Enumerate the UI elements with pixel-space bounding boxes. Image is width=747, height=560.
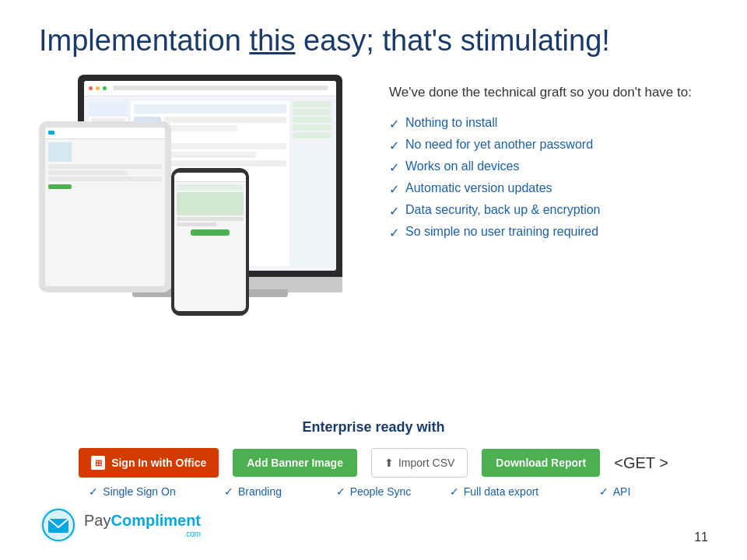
- check-icon: ✓: [89, 485, 98, 498]
- checklist: ✓Nothing to install ✓No need for yet ano…: [389, 116, 708, 240]
- devices-area: [39, 75, 366, 324]
- list-item: ✓Data security, back up & encryption: [389, 203, 708, 219]
- slide-title: Implementation this easy; that's stimula…: [39, 23, 708, 59]
- label-api: ✓ API: [555, 485, 675, 498]
- sign-in-office-button[interactable]: ⊞ Sign In with Office: [79, 448, 219, 478]
- enterprise-section: Enterprise ready with ⊞ Sign In with Off…: [39, 419, 708, 498]
- logo-text: PayCompliment .com: [84, 512, 201, 538]
- enterprise-title: Enterprise ready with: [39, 419, 708, 436]
- list-item: ✓Nothing to install: [389, 116, 708, 131]
- label-branding: ✓ Branding: [193, 485, 314, 498]
- import-csv-button[interactable]: ⬆ Import CSV: [371, 448, 468, 478]
- add-banner-button[interactable]: Add Banner Image: [233, 449, 357, 477]
- list-item: ✓So simple no user training required: [389, 225, 708, 240]
- footer: PayCompliment .com 11: [39, 506, 708, 544]
- list-item: ✓No need for yet another password: [389, 138, 708, 153]
- check-icon: ✓: [389, 226, 399, 240]
- upload-icon: ⬆: [384, 457, 394, 469]
- download-report-button[interactable]: Download Report: [482, 449, 600, 477]
- main-content: We've done the technical graft so you do…: [39, 75, 708, 404]
- check-icon: ✓: [389, 160, 399, 175]
- check-icon: ✓: [389, 204, 399, 219]
- check-icon: ✓: [389, 138, 399, 153]
- check-icon: ✓: [389, 117, 399, 131]
- tablet: [39, 121, 171, 292]
- check-icon: ✓: [224, 485, 233, 498]
- office-icon: ⊞: [91, 456, 105, 470]
- right-content: We've done the technical graft so you do…: [389, 75, 708, 247]
- logo-icon: [39, 506, 78, 544]
- buttons-row: ⊞ Sign In with Office Add Banner Image ⬆…: [39, 448, 708, 478]
- check-icon: ✓: [336, 485, 345, 498]
- list-item: ✓Works on all devices: [389, 159, 708, 175]
- label-data-export: ✓ Full data export: [434, 485, 555, 498]
- intro-text: We've done the technical graft so you do…: [389, 82, 708, 103]
- label-sso: ✓ Single Sign On: [72, 485, 193, 498]
- check-icon: ✓: [389, 182, 399, 197]
- check-icon: ✓: [450, 485, 459, 498]
- tablet-screen: [45, 128, 165, 286]
- phone: [171, 168, 249, 316]
- label-people-sync: ✓ People Sync: [314, 485, 434, 498]
- get-label: <GET >: [614, 454, 668, 472]
- check-icon: ✓: [599, 485, 608, 498]
- labels-row: ✓ Single Sign On ✓ Branding ✓ People Syn…: [39, 485, 708, 498]
- page-number: 11: [694, 530, 708, 544]
- list-item: ✓Automatic version updates: [389, 181, 708, 197]
- logo-area: PayCompliment .com: [39, 506, 201, 544]
- screen-right-panel: [293, 101, 331, 266]
- slide: Implementation this easy; that's stimula…: [0, 0, 747, 560]
- phone-screen: [174, 173, 246, 311]
